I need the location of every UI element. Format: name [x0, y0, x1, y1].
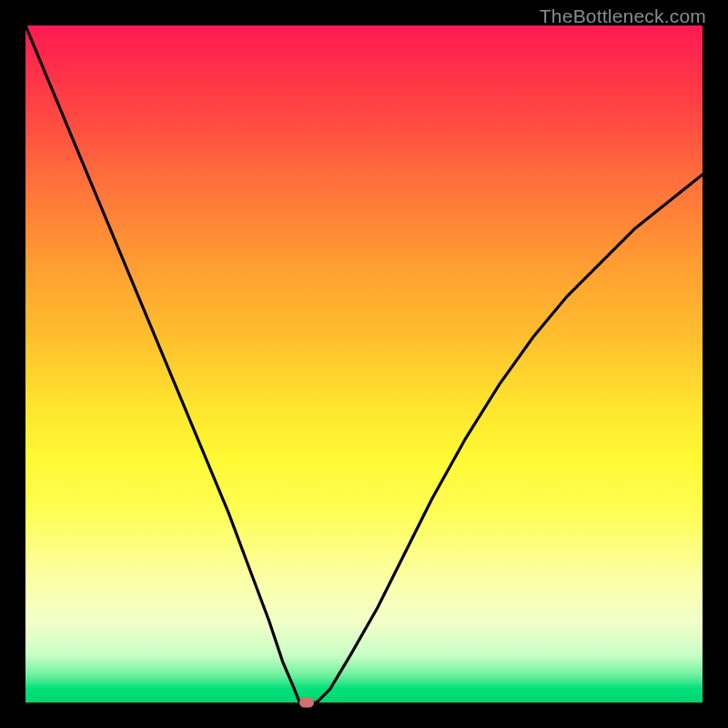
- minimum-marker: [299, 698, 314, 708]
- plot-area: [25, 25, 703, 703]
- chart-frame: TheBottleneck.com: [0, 0, 728, 728]
- bottleneck-curve-path: [25, 25, 703, 703]
- watermark-text: TheBottleneck.com: [540, 5, 706, 27]
- curve-svg: [25, 25, 703, 703]
